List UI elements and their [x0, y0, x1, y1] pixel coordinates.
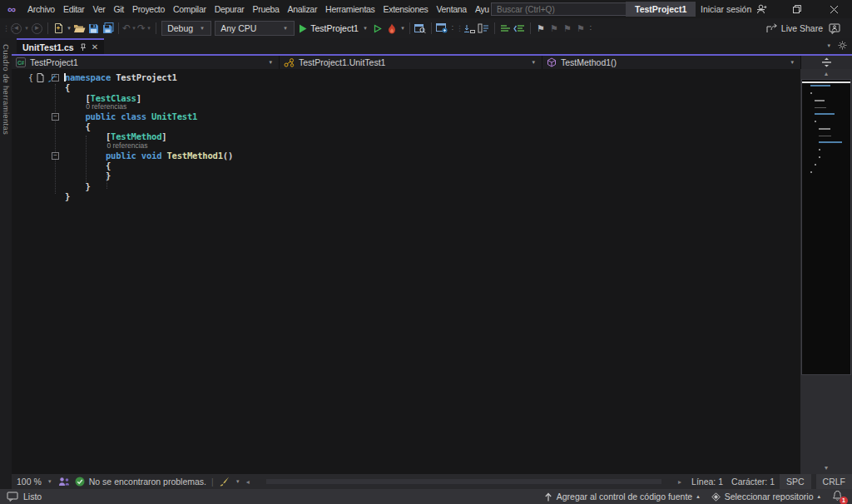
notifications-button[interactable]: 1 — [832, 490, 845, 503]
start-debugging-button[interactable]: TestProject1 ▾ — [296, 23, 371, 33]
select-repository-button[interactable]: Seleccionar repositorio ▴ — [711, 492, 820, 502]
menu-compilar[interactable]: Compilar — [169, 0, 211, 18]
code-line[interactable]: } — [12, 191, 800, 201]
bookmark-overflow-dropdown[interactable]: ⁚ — [587, 25, 594, 32]
code-line[interactable]: − public void TestMethod1() — [12, 151, 800, 161]
hot-reload-dropdown[interactable]: ▾ — [399, 25, 406, 32]
line-indicator[interactable]: Línea: 1 — [691, 477, 723, 487]
clear-bookmarks-button[interactable]: ⚑ — [574, 23, 587, 34]
hscroll-left-arrow[interactable]: ◂ — [246, 478, 250, 486]
code-line[interactable]: { — [12, 161, 800, 170]
solution-explorer-sync-button[interactable] — [435, 21, 449, 36]
problems-indicator[interactable]: No se encontraron problemas. — [75, 477, 206, 487]
menu-archivo[interactable]: Archivo — [23, 0, 59, 18]
toolbar-drag-handle-icon[interactable]: ⋮⋮ — [2, 25, 9, 32]
menu-ventana[interactable]: Ventana — [432, 0, 470, 18]
quick-actions-brush-icon[interactable] — [47, 72, 57, 82]
code-line[interactable]: { — [12, 82, 800, 92]
menu-depurar[interactable]: Depurar — [211, 0, 249, 18]
horizontal-scrollbar[interactable] — [255, 474, 673, 489]
background-tasks-icon[interactable] — [7, 492, 18, 502]
code-content[interactable]: −namespace TestProject1{ [TestClass]0 re… — [12, 72, 800, 201]
code-line[interactable]: [TestMethod] — [12, 131, 800, 141]
live-share-presence-icon[interactable] — [58, 477, 70, 487]
toggle-bookmark-button[interactable]: ⚑ — [534, 23, 547, 34]
menu-extensiones[interactable]: Extensiones — [379, 0, 433, 18]
vertical-scrollbar-minimap[interactable]: ▴ ▾ — [800, 69, 852, 474]
tab-options-gear-icon[interactable] — [838, 41, 847, 50]
live-share-button[interactable]: Live Share — [766, 23, 823, 33]
menu-analizar[interactable]: Analizar — [284, 0, 322, 18]
fold-collapse-button[interactable]: − — [52, 152, 59, 160]
menu-prueba[interactable]: Prueba — [248, 0, 283, 18]
minimize-button[interactable] — [742, 0, 779, 18]
codelens-indicator[interactable]: 0 referencias — [12, 142, 800, 151]
new-project-button[interactable] — [52, 21, 66, 36]
menu-git[interactable]: Git — [109, 0, 128, 18]
save-all-button[interactable] — [101, 21, 115, 36]
hscroll-right-arrow[interactable]: ▸ — [678, 478, 681, 486]
code-line[interactable]: { — [12, 121, 800, 131]
navigate-forward-button[interactable]: ► — [30, 21, 44, 36]
menu-ayuda[interactable]: Ayuda — [471, 0, 489, 18]
menu-herramientas[interactable]: Herramientas — [321, 0, 379, 18]
redo-button[interactable]: ↷ — [137, 22, 146, 34]
save-button[interactable] — [87, 21, 101, 36]
undo-dropdown[interactable]: ▾ — [131, 25, 137, 32]
next-bookmark-button[interactable]: ⚑ — [561, 23, 574, 34]
menu-ver[interactable]: Ver — [89, 0, 110, 18]
line-ending-indicator[interactable]: CRLF — [816, 474, 852, 489]
previous-bookmark-button[interactable]: ⚑ — [547, 23, 561, 34]
navigate-back-button[interactable]: ◄ — [9, 21, 23, 36]
solution-configuration-dropdown[interactable]: Debug▾ — [161, 21, 211, 36]
solution-platform-dropdown[interactable]: Any CPU▾ — [215, 21, 295, 36]
type-dropdown[interactable]: TestProject1.UnitTest1 ▾ — [280, 56, 542, 69]
member-dropdown[interactable]: TestMethod1() ▾ — [542, 56, 801, 69]
column-indicator[interactable]: Carácter: 1 — [731, 477, 775, 487]
scroll-up-arrow[interactable]: ▴ — [800, 69, 852, 78]
split-window-button[interactable] — [801, 56, 852, 69]
menu-editar[interactable]: Editar — [59, 0, 89, 18]
add-to-source-control-button[interactable]: Agregar al control de código fuente ▴ — [544, 492, 700, 502]
hscroll-thumb[interactable] — [266, 479, 661, 484]
code-cleanup-brush-icon[interactable] — [219, 477, 230, 487]
undo-button[interactable]: ↶ — [122, 22, 131, 34]
tab-unittest1[interactable]: UnitTest1.cs ✕ — [17, 38, 104, 54]
zoom-level-dropdown[interactable]: 100 % — [17, 477, 42, 487]
redo-dropdown[interactable]: ▾ — [146, 25, 152, 32]
search-box[interactable] — [491, 2, 643, 16]
toolbar-overflow-dropdown[interactable]: ⁚ — [449, 25, 456, 32]
indent-decrease-button[interactable] — [463, 21, 477, 36]
code-editor[interactable]: { −namespace TestProject1{ [TestClass]0 … — [12, 69, 800, 474]
code-line[interactable]: [TestClass] — [12, 93, 800, 103]
new-item-dropdown[interactable]: ▾ — [66, 25, 72, 32]
close-button[interactable] — [815, 0, 852, 18]
comment-button[interactable] — [498, 21, 513, 36]
fold-collapse-button[interactable]: − — [52, 113, 59, 121]
code-line[interactable]: − public class UnitTest1 — [12, 111, 800, 121]
spaces-indicator[interactable]: SPC — [780, 474, 811, 489]
code-cleanup-dropdown[interactable]: ▾ — [235, 478, 241, 485]
zoom-dropdown-caret[interactable]: ▾ — [47, 478, 53, 485]
open-folder-button[interactable] — [72, 21, 87, 36]
minimap[interactable] — [801, 79, 851, 375]
start-without-debugging-button[interactable] — [371, 21, 385, 36]
code-line[interactable]: } — [12, 181, 800, 191]
restore-button[interactable] — [779, 0, 815, 18]
pin-icon[interactable] — [79, 43, 87, 52]
scroll-down-arrow[interactable]: ▾ — [800, 463, 852, 472]
project-dropdown[interactable]: C# TestProject1 ▾ — [12, 56, 280, 69]
menu-proyecto[interactable]: Proyecto — [128, 0, 169, 18]
document-list-dropdown[interactable]: ▾ — [827, 42, 830, 49]
feedback-icon[interactable] — [829, 23, 840, 34]
navigate-back-dropdown[interactable]: ▾ — [23, 25, 30, 32]
code-line[interactable]: } — [12, 170, 800, 180]
toolbox-tab[interactable]: Cuadro de herramientas — [2, 38, 11, 135]
document-glyph-icon[interactable] — [37, 73, 44, 82]
hot-reload-button[interactable] — [385, 21, 399, 36]
uncomment-button[interactable] — [513, 21, 527, 36]
code-line[interactable]: −namespace TestProject1 — [12, 72, 800, 82]
search-input[interactable] — [497, 5, 625, 14]
find-in-files-button[interactable] — [414, 21, 428, 36]
toolbar-drag-handle-icon[interactable]: ⋮⋮ — [456, 25, 463, 32]
